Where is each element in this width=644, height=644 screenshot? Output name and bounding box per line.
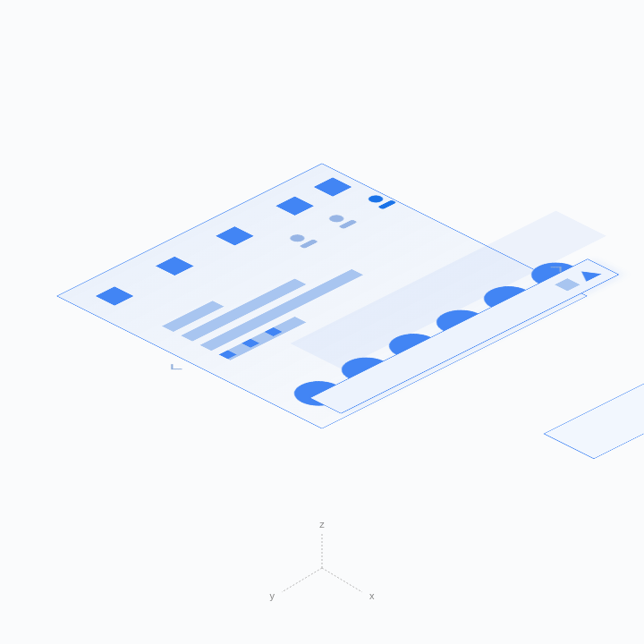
segment-icon xyxy=(265,327,283,336)
isometric-stage xyxy=(134,108,510,484)
segment-row xyxy=(219,327,283,359)
x-axis-label: x xyxy=(369,590,375,601)
tile-icon[interactable] xyxy=(275,197,313,216)
base-surface xyxy=(56,164,588,429)
avatar[interactable] xyxy=(325,213,358,229)
tile-icon[interactable] xyxy=(156,257,193,275)
user-icon xyxy=(366,194,386,204)
segment-icon xyxy=(219,351,237,360)
z-axis-label: z xyxy=(319,519,325,530)
segment-icon xyxy=(242,339,259,348)
segment-icon xyxy=(230,344,248,353)
user-icon xyxy=(326,214,347,224)
bar-item[interactable] xyxy=(200,269,363,351)
y-axis-line xyxy=(282,568,322,592)
tile-icon[interactable] xyxy=(314,178,352,197)
tile-icon[interactable] xyxy=(96,287,133,306)
nav-triangle-icon[interactable] xyxy=(573,267,601,282)
chevron-left-icon[interactable] xyxy=(171,364,182,369)
floating-overlay-panel[interactable] xyxy=(543,301,644,460)
segment-icon xyxy=(253,334,271,343)
avatar-active[interactable] xyxy=(364,193,397,209)
bar-item[interactable] xyxy=(219,317,307,360)
x-axis-line xyxy=(322,568,362,592)
y-axis-label: y xyxy=(270,590,275,601)
bar-item[interactable] xyxy=(181,279,306,342)
nav-square-icon[interactable] xyxy=(555,278,580,291)
axis-gizmo: z x y xyxy=(264,528,380,608)
avatar[interactable] xyxy=(285,233,318,249)
user-icon xyxy=(287,233,308,243)
bar-item[interactable] xyxy=(162,301,224,332)
tile-icon[interactable] xyxy=(216,226,253,245)
